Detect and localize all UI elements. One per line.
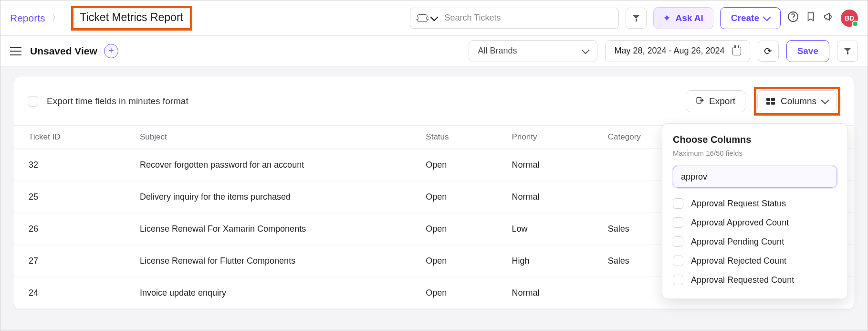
choose-columns-search[interactable]: [673, 166, 837, 188]
choose-columns-title: Choose Columns: [673, 134, 837, 145]
column-option-checkbox[interactable]: [673, 256, 683, 266]
ask-ai-button[interactable]: ✦ Ask AI: [653, 7, 713, 29]
chevron-right-icon: 〉: [52, 13, 60, 23]
create-button[interactable]: Create: [720, 7, 781, 29]
column-option-checkbox[interactable]: [673, 275, 683, 285]
column-option-label: Approval Rejected Count: [691, 256, 786, 266]
column-option[interactable]: Approval Rejected Count: [673, 256, 837, 266]
date-range-value: May 28, 2024 - Aug 26, 2024: [614, 46, 724, 56]
chevron-down-icon: [763, 13, 771, 21]
reports-link[interactable]: Reports: [10, 12, 45, 24]
columns-label: Columns: [781, 96, 816, 107]
columns-icon: [766, 98, 775, 105]
cell-ticket-id: 24: [14, 277, 131, 309]
column-option-label: Approval Pending Count: [691, 237, 784, 247]
export-button[interactable]: Export: [686, 90, 745, 112]
cell-ticket-id: 27: [14, 245, 131, 277]
cell-ticket-id: 26: [14, 213, 131, 245]
column-option-label: Approval Requested Count: [691, 275, 794, 285]
cell-status: Open: [417, 213, 503, 245]
cell-priority: Normal: [503, 277, 599, 309]
page-title-highlight: Ticket Metrics Report: [71, 6, 192, 31]
choose-columns-hint: Maximum 16/50 fields: [673, 149, 837, 157]
cell-status: Open: [417, 277, 503, 309]
export-minutes-label: Export time fields in minutes format: [47, 96, 188, 107]
refresh-icon: ⟳: [764, 45, 772, 57]
choose-columns-popup: Choose Columns Maximum 16/50 fields Appr…: [662, 123, 848, 299]
help-button[interactable]: [787, 11, 799, 25]
context-toolbar: Unsaved View + All Brands May 28, 2024 -…: [0, 36, 868, 66]
add-view-button[interactable]: +: [104, 44, 118, 58]
date-range-picker[interactable]: May 28, 2024 - Aug 26, 2024: [605, 40, 750, 62]
view-name: Unsaved View: [30, 45, 97, 57]
brand-select[interactable]: All Brands: [469, 40, 597, 62]
side-filter-button[interactable]: [837, 41, 858, 62]
column-option-checkbox[interactable]: [673, 198, 683, 209]
column-option[interactable]: Approval Requested Count: [673, 275, 837, 285]
cell-priority: Low: [503, 213, 599, 245]
brand-select-value: All Brands: [478, 46, 517, 56]
cell-subject: Delivery inquiry for the items purchased: [131, 181, 417, 213]
cell-subject: License Renewal For Xamarin Components: [131, 213, 417, 245]
chevron-down-icon: [582, 46, 590, 54]
cell-subject: License Renewal for Flutter Components: [131, 245, 417, 277]
column-option[interactable]: Approval Pending Count: [673, 236, 837, 247]
topbar-actions: ✦ Ask AI Create BD: [410, 7, 858, 29]
funnel-icon: [632, 15, 640, 21]
bookmark-button[interactable]: [805, 11, 816, 25]
save-button[interactable]: Save: [786, 40, 829, 62]
col-subject[interactable]: Subject: [131, 126, 417, 149]
export-icon: [696, 96, 704, 107]
page-title: Ticket Metrics Report: [80, 11, 183, 23]
ask-ai-label: Ask AI: [675, 13, 703, 23]
export-label: Export: [709, 96, 735, 107]
column-option[interactable]: Approval Request Status: [673, 198, 837, 209]
cell-subject: Invoice update enquiry: [131, 277, 417, 309]
column-option-label: Approval Request Status: [691, 199, 786, 209]
columns-button-highlight: Columns: [754, 87, 840, 116]
filter-button[interactable]: [626, 8, 647, 29]
top-toolbar: Reports 〉 Ticket Metrics Report ✦ Ask AI…: [0, 0, 868, 36]
refresh-button[interactable]: ⟳: [758, 41, 779, 62]
whats-new-button[interactable]: [823, 11, 834, 25]
breadcrumb: Reports 〉 Ticket Metrics Report: [10, 6, 192, 31]
cell-priority: High: [503, 245, 599, 277]
report-panel: Export time fields in minutes format Exp…: [14, 76, 854, 310]
search-input[interactable]: [438, 8, 619, 29]
chevron-down-icon: [821, 96, 829, 105]
svg-point-1: [793, 19, 794, 20]
chevron-down-icon: [430, 13, 439, 21]
cell-status: Open: [417, 149, 503, 181]
column-option[interactable]: Approval Approved Count: [673, 217, 837, 228]
column-option-label: Approval Approved Count: [691, 218, 789, 228]
column-option-checkbox[interactable]: [673, 236, 683, 247]
calendar-icon: [732, 47, 741, 55]
col-ticket-id[interactable]: Ticket ID: [14, 126, 131, 149]
ticket-icon: [417, 14, 428, 22]
cell-ticket-id: 32: [14, 149, 131, 181]
cell-status: Open: [417, 245, 503, 277]
sparkle-icon: ✦: [663, 13, 670, 23]
context-actions: All Brands May 28, 2024 - Aug 26, 2024 ⟳…: [469, 40, 858, 62]
export-minutes-checkbox[interactable]: [28, 96, 38, 107]
cell-priority: Normal: [503, 149, 599, 181]
col-priority[interactable]: Priority: [503, 126, 599, 149]
avatar[interactable]: BD: [841, 10, 858, 27]
cell-status: Open: [417, 181, 503, 213]
cell-priority: Normal: [503, 181, 599, 213]
cell-subject: Recover forgotten password for an accoun…: [131, 149, 417, 181]
cell-ticket-id: 25: [14, 181, 131, 213]
columns-button[interactable]: Columns: [757, 90, 837, 112]
create-label: Create: [731, 13, 759, 23]
column-option-checkbox[interactable]: [673, 217, 683, 228]
funnel-icon: [844, 48, 851, 54]
col-status[interactable]: Status: [417, 126, 503, 149]
menu-button[interactable]: [10, 47, 21, 55]
